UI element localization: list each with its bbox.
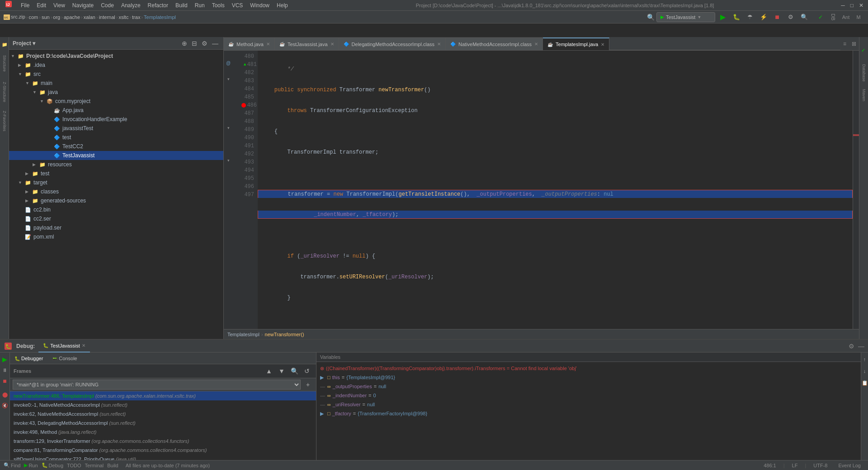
- debug-run-btn[interactable]: 🐛: [731, 12, 742, 22]
- var-tfactory[interactable]: ▶ □ _tfactory = {TransformerFactoryImpl@…: [316, 409, 861, 418]
- tree-app-java[interactable]: ▶ ☕ App.java: [9, 106, 223, 115]
- menu-refactor[interactable]: Refactor: [144, 0, 172, 11]
- structure-icon[interactable]: Structure: [1, 50, 8, 77]
- stop-btn[interactable]: ■: [771, 12, 783, 22]
- frame-item-5[interactable]: transform:129, InvokerTransformer (org.a…: [10, 437, 316, 446]
- menu-view[interactable]: View: [50, 0, 69, 11]
- tab-templates-close[interactable]: ✕: [601, 42, 604, 47]
- fold-483-icon[interactable]: ▾: [227, 77, 230, 81]
- run-config-selector[interactable]: ▶ TestJavassist ▼: [656, 12, 715, 22]
- debug-pause-btn[interactable]: ⏸: [0, 365, 10, 375]
- debug-settings-btn[interactable]: ⚙: [849, 343, 854, 350]
- locate-btn[interactable]: ⊕: [180, 40, 189, 47]
- tab-method-java[interactable]: ☕ Method.java ✕: [224, 38, 275, 50]
- debugger-subtab-debugger[interactable]: 🐛 Debugger: [10, 352, 47, 365]
- debug-tab-debugger-close[interactable]: ✕: [82, 343, 85, 348]
- var-error[interactable]: ⊗ ((ChainedTransformer)((TransformingCom…: [316, 364, 861, 373]
- var-copy-btn[interactable]: 📋: [859, 378, 868, 388]
- tree-pom-xml[interactable]: ▶ 📝 pom.xml: [9, 232, 223, 241]
- status-terminal-btn[interactable]: Terminal: [85, 463, 104, 468]
- menu-window[interactable]: Window: [246, 0, 273, 11]
- menu-vcs[interactable]: VCS: [228, 0, 247, 11]
- ant-btn[interactable]: Ant: [840, 12, 852, 22]
- coverage-btn[interactable]: ☂: [744, 12, 756, 22]
- search-btn[interactable]: 🔍: [798, 12, 810, 22]
- run-btn[interactable]: ▶: [717, 12, 729, 22]
- debug-view-breakpoints-btn[interactable]: ⬤: [0, 390, 10, 400]
- favorites-icon[interactable]: Z-Favorites: [1, 108, 8, 135]
- tree-project-root[interactable]: ▼ 📁 Project D:\code\JavaCode\Project: [9, 52, 223, 61]
- breakpoint-486[interactable]: [241, 103, 246, 108]
- tab-delegating-close[interactable]: ✕: [437, 42, 441, 47]
- frame-item-0[interactable]: newTransformer:486, TemplatesImpl (com.s…: [10, 391, 316, 400]
- frames-dropdown[interactable]: *main*@1 in group 'main': RUNNING: [13, 380, 301, 390]
- right-database-btn[interactable]: Database: [862, 61, 866, 84]
- tree-classes[interactable]: ▶ 📁 classes: [9, 187, 223, 196]
- menu-file[interactable]: File: [17, 0, 33, 11]
- var-this[interactable]: ▶ □ this = {TemplatesImpl@991}: [316, 373, 861, 382]
- var-indentnumber[interactable]: — ∞ _indentNumber = 0: [316, 391, 861, 400]
- bc-apache[interactable]: apache: [64, 14, 80, 20]
- bc-xalan[interactable]: xalan: [84, 14, 95, 20]
- menu-help[interactable]: Help: [273, 0, 292, 11]
- close-btn[interactable]: ✕: [856, 0, 866, 11]
- notifications-btn[interactable]: ✓: [815, 12, 826, 22]
- tree-com-myproject[interactable]: ▼ 📦 com.myproject: [9, 97, 223, 106]
- tree-main[interactable]: ▼ 📁 main: [9, 79, 223, 88]
- debug-hide-btn[interactable]: —: [858, 343, 864, 350]
- bc-internal[interactable]: internal: [99, 14, 115, 20]
- tree-testcc2[interactable]: ▶ 🔷 TestCC2: [9, 142, 223, 151]
- code-scroll[interactable]: */ public synchronized Transformer newTr…: [258, 51, 853, 329]
- profile-btn[interactable]: ⚡: [758, 12, 769, 22]
- bc-com[interactable]: com: [28, 14, 38, 20]
- menu-run[interactable]: Run: [191, 0, 208, 11]
- frames-filter-btn[interactable]: 🔍: [289, 366, 300, 376]
- tree-payload-ser[interactable]: ▶ 📄 payload.ser: [9, 223, 223, 232]
- menu-edit[interactable]: Edit: [33, 0, 50, 11]
- menu-navigate[interactable]: Navigate: [69, 0, 97, 11]
- status-run-btn[interactable]: ▶ Run: [24, 462, 38, 468]
- tree-cc2-bin[interactable]: ▶ 📄 cc2.bin: [9, 205, 223, 214]
- menu-analyze[interactable]: Analyze: [118, 0, 144, 11]
- collapse-btn[interactable]: ⊟: [190, 40, 198, 47]
- tree-test-folder[interactable]: ▶ 📁 test: [9, 169, 223, 178]
- tree-invocation[interactable]: ▶ 🔷 InvocationHandlerExample: [9, 115, 223, 124]
- gear-icon[interactable]: ⚙: [200, 40, 209, 47]
- tree-cc2-ser[interactable]: ▶ 📄 cc2.ser: [9, 214, 223, 223]
- status-build-btn[interactable]: Build: [107, 463, 118, 468]
- frame-item-6[interactable]: compare:81, TransformingComparator (org.…: [10, 446, 316, 455]
- split-btn[interactable]: ⊠: [849, 38, 859, 50]
- tree-resources[interactable]: ▶ 📁 resources: [9, 160, 223, 169]
- right-maven-btn[interactable]: Maven: [862, 84, 866, 107]
- tab-native[interactable]: 🔷 NativeMethodAccessorImpl.class ✕: [446, 38, 543, 50]
- var-expand-tfactory[interactable]: ▶: [320, 411, 326, 417]
- frames-restore-btn[interactable]: ↺: [302, 366, 312, 376]
- menu-code[interactable]: Code: [97, 0, 118, 11]
- status-find-btn[interactable]: 🔍 Find: [4, 462, 20, 468]
- maximize-btn[interactable]: □: [848, 0, 856, 11]
- tab-delegating[interactable]: 🔷 DelegatingMethodAccessorImpl.class ✕: [339, 38, 446, 50]
- bc-trax[interactable]: trax: [132, 14, 140, 20]
- run-config-dropdown-icon[interactable]: ▼: [697, 15, 701, 19]
- z-structure-icon[interactable]: Z-Structure: [1, 79, 8, 106]
- bc-xsltc[interactable]: xsltc: [118, 14, 128, 20]
- search-everywhere-icon[interactable]: 🔍: [647, 14, 655, 21]
- tree-java[interactable]: ▼ 📁 java: [9, 88, 223, 97]
- frame-item-3[interactable]: invoke:43, DelegatingMethodAccessorImpl …: [10, 418, 316, 428]
- settings-btn[interactable]: ⚙: [785, 12, 797, 22]
- tab-method-java-close[interactable]: ✕: [266, 42, 270, 47]
- frames-down-btn[interactable]: ▼: [276, 366, 287, 376]
- fold-489-icon[interactable]: ▾: [227, 126, 230, 130]
- tree-javassisttest[interactable]: ▶ 🔷 javassistTest: [9, 124, 223, 133]
- tab-templates[interactable]: ☕ TemplatesImpl.java ✕: [543, 38, 609, 50]
- debug-mute-btn[interactable]: 🔇: [0, 400, 10, 410]
- tree-testjavassist[interactable]: ▶ 🔷 TestJavassist: [9, 151, 223, 160]
- project-icon[interactable]: 📁: [1, 41, 8, 48]
- tab-testjavassist[interactable]: ☕ TestJavassist.java ✕: [275, 38, 339, 50]
- hide-panel-btn[interactable]: —: [211, 40, 220, 47]
- tree-generated-sources[interactable]: ▶ 📁 generated-sources: [9, 196, 223, 205]
- menu-build[interactable]: Build: [172, 0, 191, 11]
- tab-testjavassist-close[interactable]: ✕: [330, 42, 334, 47]
- frames-add-btn[interactable]: +: [302, 380, 313, 390]
- frames-up-btn[interactable]: ▲: [264, 366, 274, 376]
